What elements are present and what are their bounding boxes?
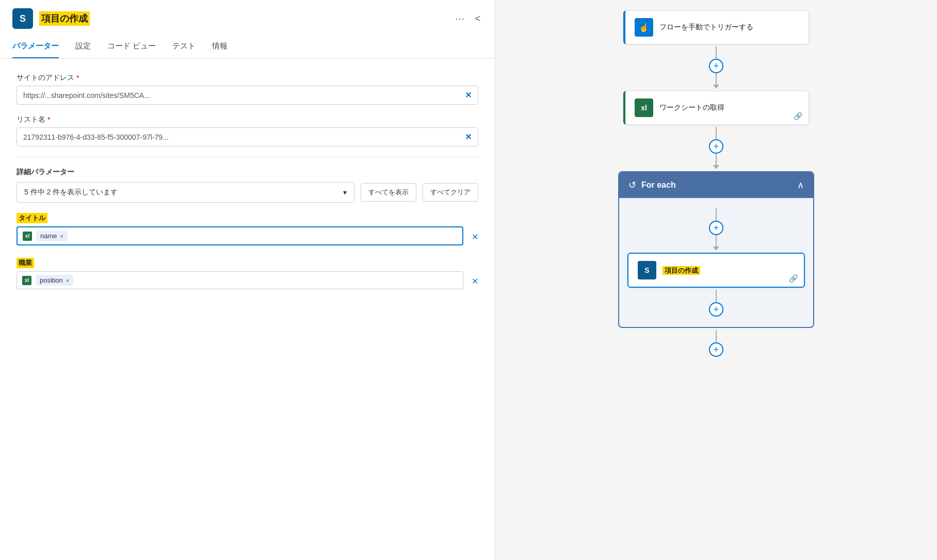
job-tag: position × — [36, 275, 73, 286]
excel-icon-job: xl — [22, 276, 31, 285]
line-final-1 — [716, 330, 717, 342]
tab-info[interactable]: 情報 — [212, 35, 228, 58]
excel-icon: xl — [635, 98, 653, 117]
list-name-input-wrapper: ✕ — [17, 127, 478, 146]
show-all-button[interactable]: すべてを表示 — [361, 183, 416, 202]
site-address-input-wrapper: ✕ — [17, 86, 478, 105]
sp-node-content: 項目の作成 — [663, 266, 700, 275]
list-name-group: リスト名 * ✕ — [17, 115, 478, 146]
line-1 — [716, 46, 717, 59]
excel-node[interactable]: xl ワークシートの取得 🔗 — [623, 91, 809, 125]
site-address-clear-icon[interactable]: ✕ — [465, 90, 472, 100]
clear-all-button[interactable]: すべてクリア — [423, 183, 478, 202]
add-final-button[interactable]: + — [709, 342, 723, 357]
job-tag-remove[interactable]: × — [66, 277, 69, 284]
connector-final: + — [709, 330, 723, 357]
site-address-input[interactable] — [23, 91, 465, 100]
add-step-2-button[interactable]: + — [709, 139, 723, 154]
add-inside-foreach-button[interactable]: + — [709, 221, 723, 235]
site-address-label: サイトのアドレス * — [17, 73, 478, 83]
job-tag-container: xl position × — [22, 275, 458, 286]
foreach-body: + S 項目の作成 🔗 + — [619, 198, 813, 327]
list-required-star: * — [47, 116, 50, 124]
job-label: 職業 — [17, 258, 34, 268]
collapse-panel-button[interactable]: < — [473, 11, 482, 26]
chevron-down-icon: ▾ — [343, 188, 347, 196]
line-2 — [716, 73, 717, 86]
line-3 — [716, 127, 717, 139]
arrow-inner-1 — [713, 246, 719, 251]
title-input-wrapper[interactable]: xl name × — [17, 226, 463, 245]
title-tag: name × — [36, 230, 68, 241]
page-title: 項目の作成 — [39, 11, 90, 26]
line-4 — [716, 154, 717, 166]
line-inner-2 — [716, 235, 717, 248]
connector-2: + — [709, 127, 723, 169]
job-group: 職業 xl position × ✕ — [17, 258, 478, 291]
flow-container: ☝ フローを手動でトリガーする + xl ワークシートの取得 🔗 + ↺ — [495, 10, 937, 359]
list-name-input[interactable] — [23, 133, 465, 141]
foreach-collapse-button[interactable]: ∧ — [797, 179, 804, 191]
link-icon-sp: 🔗 — [789, 274, 798, 283]
advanced-params-label: 詳細パラメーター — [17, 168, 478, 177]
arrow-1 — [713, 85, 719, 89]
list-name-label: リスト名 * — [17, 115, 478, 124]
form-area: サイトのアドレス * ✕ リスト名 * ✕ 詳細パラメーター — [0, 59, 495, 560]
list-name-clear-icon[interactable]: ✕ — [465, 132, 472, 142]
title-tag-remove[interactable]: × — [60, 233, 63, 239]
app-icon: S — [12, 8, 33, 29]
required-star: * — [76, 74, 79, 82]
foreach-title: For each — [641, 180, 792, 190]
right-panel: ☝ フローを手動でトリガーする + xl ワークシートの取得 🔗 + ↺ — [495, 0, 937, 560]
add-step-1-button[interactable]: + — [709, 59, 723, 73]
excel-node-title: ワークシートの取得 — [659, 103, 724, 112]
tab-code[interactable]: コード ビュー — [107, 35, 156, 58]
sp-icon: S — [638, 261, 656, 279]
title-tag-container: xl name × — [23, 230, 457, 241]
line-inner-3 — [716, 290, 717, 302]
params-dropdown[interactable]: 5 件中 2 件を表示しています ▾ — [17, 182, 354, 203]
title-field-clear[interactable]: ✕ — [472, 232, 478, 242]
tab-settings[interactable]: 設定 — [75, 35, 91, 58]
trigger-title: フローを手動でトリガーする — [659, 23, 753, 32]
site-address-group: サイトのアドレス * ✕ — [17, 73, 478, 105]
advanced-params-row: 5 件中 2 件を表示しています ▾ すべてを表示 すべてクリア — [17, 182, 478, 203]
connector-inner-2: + — [709, 290, 723, 317]
connector-1: + — [709, 46, 723, 89]
job-input-wrapper[interactable]: xl position × — [17, 271, 463, 289]
foreach-header: ↺ For each ∧ — [619, 172, 813, 198]
excel-icon-title: xl — [23, 232, 32, 241]
foreach-container: ↺ For each ∧ + S 項目の作成 🔗 — [618, 171, 814, 328]
advanced-params-group: 詳細パラメーター 5 件中 2 件を表示しています ▾ すべてを表示 すべてクリ… — [17, 168, 478, 203]
connector-inner-1: + — [709, 208, 723, 251]
divider-1 — [17, 157, 478, 157]
add-after-sp-button[interactable]: + — [709, 302, 723, 317]
tab-test[interactable]: テスト — [172, 35, 196, 58]
more-options-button[interactable]: ⋯ — [453, 11, 466, 26]
trigger-node[interactable]: ☝ フローを手動でトリガーする — [623, 10, 809, 44]
header: S 項目の作成 ⋯ < — [0, 0, 495, 35]
title-group: タイトル xl name × ✕ — [17, 213, 478, 248]
title-label: タイトル — [17, 213, 47, 223]
sharepoint-node[interactable]: S 項目の作成 🔗 — [627, 253, 805, 288]
job-field-clear[interactable]: ✕ — [472, 276, 478, 286]
tab-bar: パラメーター 設定 コード ビュー テスト 情報 — [0, 35, 495, 59]
header-icons: ⋯ < — [453, 11, 482, 26]
trigger-icon: ☝ — [635, 18, 653, 37]
tab-params[interactable]: パラメーター — [12, 35, 59, 58]
left-panel: S 項目の作成 ⋯ < パラメーター 設定 コード ビュー テスト 情報 サイト… — [0, 0, 495, 560]
link-icon-excel: 🔗 — [794, 112, 802, 120]
foreach-loop-icon: ↺ — [628, 179, 636, 191]
line-inner-1 — [716, 208, 717, 221]
arrow-2 — [713, 165, 719, 169]
header-left: S 項目の作成 — [12, 8, 90, 29]
sp-yellow-label: 項目の作成 — [663, 266, 700, 275]
